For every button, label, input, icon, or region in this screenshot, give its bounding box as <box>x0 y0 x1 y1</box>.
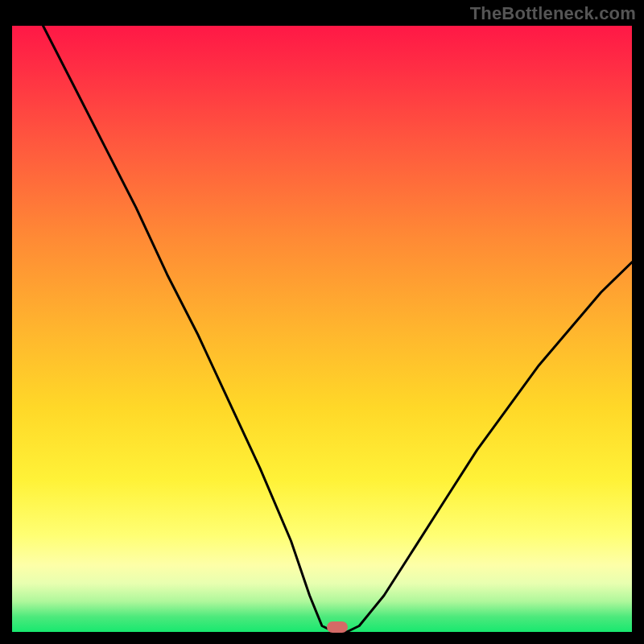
curve-svg <box>12 26 632 632</box>
plot-area <box>12 26 632 632</box>
chart-frame: TheBottleneck.com <box>0 0 644 644</box>
optimal-marker <box>327 621 348 633</box>
watermark-text: TheBottleneck.com <box>470 3 636 24</box>
bottleneck-curve <box>43 26 633 632</box>
